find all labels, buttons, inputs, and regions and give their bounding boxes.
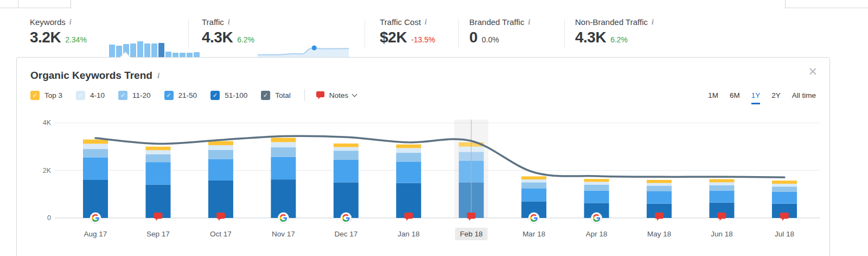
svg-text:Jun 18: Jun 18 bbox=[711, 230, 733, 238]
svg-text:Nov 17: Nov 17 bbox=[272, 230, 295, 238]
metric-divider bbox=[188, 20, 189, 48]
svg-text:Oct 17: Oct 17 bbox=[210, 230, 232, 238]
legend-label: 4-10 bbox=[90, 91, 105, 99]
metric-traffic-cost[interactable]: Traffic Cost i $2K -13.5% bbox=[380, 17, 435, 46]
metrics-row: Keywords i 3.2K 2.34% Traffic i 4.3K 6.2… bbox=[0, 8, 868, 57]
metric-traffic-cost-delta: -13.5% bbox=[411, 35, 435, 44]
metric-traffic[interactable]: Traffic i 4.3K 6.2% bbox=[202, 17, 365, 46]
info-icon[interactable]: i bbox=[425, 18, 427, 27]
checkbox-checked-icon[interactable]: ✓ bbox=[76, 91, 85, 100]
metric-divider bbox=[564, 20, 565, 48]
svg-text:May 18: May 18 bbox=[647, 230, 671, 238]
metric-branded-traffic-label: Branded Traffic bbox=[469, 17, 524, 27]
time-range-2y[interactable]: 2Y bbox=[771, 91, 781, 104]
metric-traffic-value: 4.3K bbox=[202, 29, 233, 46]
legend-divider bbox=[304, 89, 305, 101]
metric-branded-traffic-delta: 0.0% bbox=[482, 35, 499, 44]
metric-non-branded-traffic-delta: 6.2% bbox=[610, 35, 628, 44]
time-range-1m[interactable]: 1M bbox=[708, 91, 718, 104]
tab-edge bbox=[18, 0, 18, 8]
chevron-down-icon bbox=[352, 91, 358, 97]
svg-text:Jul 18: Jul 18 bbox=[775, 230, 794, 238]
svg-text:Sep 17: Sep 17 bbox=[146, 230, 170, 238]
svg-text:Jan 18: Jan 18 bbox=[398, 230, 420, 238]
legend-label: 21-50 bbox=[178, 91, 197, 99]
notes-dropdown[interactable]: Notes bbox=[316, 91, 356, 100]
legend-item-top3[interactable]: ✓ Top 3 bbox=[30, 91, 62, 100]
legend-label: 11-20 bbox=[132, 91, 151, 99]
info-icon[interactable]: i bbox=[652, 18, 654, 27]
info-icon[interactable]: i bbox=[528, 18, 530, 27]
info-icon[interactable]: i bbox=[69, 18, 72, 27]
metric-branded-traffic-value: 0 bbox=[469, 29, 477, 46]
checkbox-checked-icon[interactable]: ✓ bbox=[30, 91, 40, 100]
metric-branded-traffic[interactable]: Branded Traffic i 0 0.0% bbox=[469, 17, 530, 46]
svg-text:0: 0 bbox=[47, 214, 51, 222]
metric-non-branded-traffic-value: 4.3K bbox=[575, 29, 606, 46]
metric-traffic-cost-label: Traffic Cost bbox=[380, 17, 421, 27]
time-range-all-time[interactable]: All time bbox=[792, 91, 816, 104]
metric-traffic-delta: 6.2% bbox=[237, 35, 254, 44]
svg-text:Apr 18: Apr 18 bbox=[586, 230, 608, 238]
note-marker-icon bbox=[316, 91, 325, 100]
svg-text:Dec 17: Dec 17 bbox=[334, 230, 358, 238]
metric-keywords[interactable]: Keywords i 3.2K 2.34% bbox=[30, 17, 87, 46]
metric-divider bbox=[365, 20, 365, 48]
svg-text:Aug 17: Aug 17 bbox=[84, 230, 107, 238]
metric-keywords-label: Keywords bbox=[30, 17, 66, 27]
legend-item-total[interactable]: ✓ Total bbox=[261, 91, 291, 100]
organic-keywords-trend-chart[interactable]: 4K2K0Aug 17Sep 17Oct 17Nov 17Dec 17Jan 1… bbox=[36, 116, 839, 249]
chart-legend: ✓ Top 3 ✓ 4-10 ✓ 11-20 ✓ 21-50 ✓ 51-100 … bbox=[30, 89, 356, 101]
organic-research-overview: { "metrics": { "keywords": { "label": "K… bbox=[0, 0, 868, 256]
metric-keywords-value: 3.2K bbox=[30, 29, 61, 46]
metric-non-branded-traffic-label: Non-Branded Traffic bbox=[575, 17, 648, 27]
organic-keywords-trend-panel: Organic Keywords Trend i ✕ ✓ Top 3 ✓ 4-1… bbox=[16, 57, 830, 256]
notes-label: Notes bbox=[329, 91, 348, 99]
svg-text:Mar 18: Mar 18 bbox=[522, 230, 545, 238]
legend-label: 51-100 bbox=[225, 91, 247, 99]
svg-text:Feb 18: Feb 18 bbox=[460, 230, 483, 238]
checkbox-checked-icon[interactable]: ✓ bbox=[118, 91, 127, 100]
checkbox-checked-icon[interactable]: ✓ bbox=[164, 91, 174, 100]
legend-item-51-100[interactable]: ✓ 51-100 bbox=[210, 91, 247, 100]
metric-traffic-cost-value: $2K bbox=[380, 29, 407, 46]
svg-text:2K: 2K bbox=[43, 167, 52, 174]
legend-item-21-50[interactable]: ✓ 21-50 bbox=[164, 91, 197, 100]
time-range-1y[interactable]: 1Y bbox=[751, 91, 761, 104]
legend-item-4-10[interactable]: ✓ 4-10 bbox=[76, 91, 105, 100]
panel-title: Organic Keywords Trend bbox=[30, 70, 152, 82]
metric-keywords-delta: 2.34% bbox=[65, 35, 87, 44]
metric-non-branded-traffic[interactable]: Non-Branded Traffic i 4.3K 6.2% bbox=[575, 17, 654, 46]
time-range-selector: 1M 6M 1Y 2Y All time bbox=[708, 91, 816, 104]
active-tab-remnant bbox=[71, 0, 786, 8]
checkbox-checked-icon[interactable]: ✓ bbox=[210, 91, 220, 100]
svg-text:4K: 4K bbox=[43, 119, 52, 127]
metric-traffic-label: Traffic bbox=[202, 17, 224, 27]
time-range-6m[interactable]: 6M bbox=[730, 91, 740, 104]
legend-label: Total bbox=[275, 91, 291, 99]
legend-item-11-20[interactable]: ✓ 11-20 bbox=[118, 91, 151, 100]
close-icon[interactable]: ✕ bbox=[808, 65, 818, 78]
metric-divider bbox=[458, 20, 459, 48]
info-icon[interactable]: i bbox=[228, 18, 230, 27]
legend-label: Top 3 bbox=[44, 91, 62, 99]
checkbox-checked-icon[interactable]: ✓ bbox=[261, 91, 270, 100]
info-icon[interactable]: i bbox=[157, 71, 159, 80]
